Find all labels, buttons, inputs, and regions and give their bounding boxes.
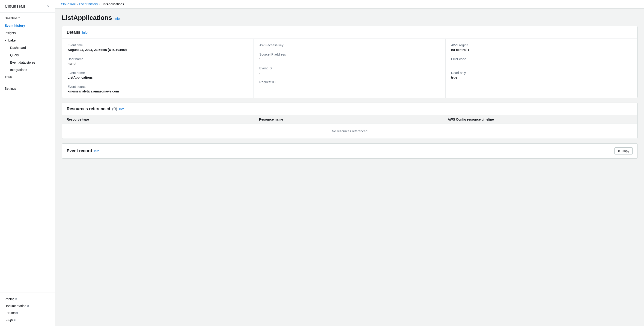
top-bar: CloudTrail › Event history › ListApplica… bbox=[55, 0, 644, 8]
footer-link-label: Documentation bbox=[4, 304, 26, 308]
details-card-header: Details Info bbox=[62, 26, 637, 39]
detail-value: ; bbox=[259, 57, 440, 61]
detail-value: kinesisanalytics.amazonaws.com bbox=[68, 89, 248, 93]
detail-label: Event time bbox=[68, 43, 248, 47]
copy-button-label: Copy bbox=[622, 149, 629, 153]
detail-event-id: Event ID . bbox=[259, 66, 440, 75]
external-link-icon: ⧉ bbox=[16, 312, 18, 315]
sidebar-item-dashboard[interactable]: Dashboard bbox=[0, 14, 55, 22]
sidebar-item-lake-integrations[interactable]: Integrations bbox=[0, 66, 55, 73]
details-grid: Event time August 24, 2024, 23:56:55 (UT… bbox=[62, 39, 637, 98]
resources-card-header: Resources referenced (0) Info bbox=[62, 103, 637, 115]
sidebar-item-label: Event history bbox=[4, 24, 25, 27]
event-record-header: Event record Info ⧉ Copy bbox=[62, 144, 637, 158]
sidebar-item-event-history[interactable]: Event history bbox=[0, 22, 55, 29]
event-record-title: Event record bbox=[67, 148, 92, 153]
chevron-down-icon: ▼ bbox=[4, 39, 7, 42]
detail-label: Request ID bbox=[259, 80, 440, 84]
sidebar-item-label: Trails bbox=[4, 75, 12, 79]
detail-value: . bbox=[259, 71, 440, 75]
breadcrumb-cloudtrail[interactable]: CloudTrail bbox=[61, 2, 76, 6]
external-link-icon: ⧉ bbox=[27, 305, 29, 308]
sidebar-item-trails[interactable]: Trails bbox=[0, 73, 55, 81]
sidebar-close-button[interactable]: × bbox=[46, 4, 50, 9]
detail-value: harith bbox=[68, 62, 248, 65]
sidebar-item-lake-query[interactable]: Query bbox=[0, 51, 55, 59]
sidebar-faqs-link[interactable]: FAQs ⧉ bbox=[0, 316, 55, 323]
footer-link-label: FAQs bbox=[4, 318, 13, 322]
sidebar-item-lake-dashboard[interactable]: Dashboard bbox=[0, 44, 55, 51]
copy-button[interactable]: ⧉ Copy bbox=[614, 147, 633, 154]
sidebar-item-insights[interactable]: Insights bbox=[0, 29, 55, 37]
sidebar-item-label: Dashboard bbox=[4, 16, 20, 20]
details-card: Details Info Event time August 24, 2024,… bbox=[62, 26, 638, 98]
detail-value: August 24, 2024, 23:56:55 (UTC+04:00) bbox=[68, 48, 248, 52]
sidebar-pricing-link[interactable]: Pricing ⧉ bbox=[0, 296, 55, 303]
footer-link-label: Pricing bbox=[4, 297, 14, 301]
sidebar: CloudTrail × Dashboard Event history Ins… bbox=[0, 0, 55, 326]
details-col-1: Event time August 24, 2024, 23:56:55 (UT… bbox=[62, 39, 254, 98]
sidebar-nav: Dashboard Event history Insights ▼ Lake … bbox=[0, 13, 55, 293]
page-info-link[interactable]: Info bbox=[114, 17, 120, 20]
resources-card: Resources referenced (0) Info Resource t… bbox=[62, 103, 638, 139]
sidebar-divider bbox=[0, 83, 55, 83]
sidebar-item-label: Insights bbox=[4, 31, 16, 35]
resources-card-title: Resources referenced bbox=[67, 106, 110, 111]
th-resource-name: Resource name bbox=[255, 118, 444, 121]
th-aws-config: AWS Config resource timeline bbox=[444, 118, 633, 121]
footer-link-label: Forums bbox=[4, 311, 16, 315]
th-resource-type: Resource type bbox=[67, 118, 255, 121]
sidebar-group-label: Lake bbox=[8, 38, 16, 42]
sidebar-item-settings[interactable]: Settings bbox=[0, 85, 55, 92]
main-content: CloudTrail › Event history › ListApplica… bbox=[55, 0, 644, 326]
detail-event-name: Event name ListApplications bbox=[68, 71, 248, 79]
detail-aws-access-key: AWS access key bbox=[259, 43, 440, 47]
detail-value: true bbox=[451, 76, 632, 79]
sidebar-item-label: Dashboard bbox=[10, 46, 26, 49]
detail-value: eu-central-1 bbox=[451, 48, 632, 52]
sidebar-header: CloudTrail × bbox=[0, 0, 55, 13]
details-col-2: AWS access key Source IP address ; Event… bbox=[254, 39, 446, 98]
resources-info-link[interactable]: Info bbox=[119, 107, 124, 111]
sidebar-item-label: Event data stores bbox=[10, 61, 35, 64]
sidebar-item-label: Integrations bbox=[10, 68, 27, 72]
sidebar-item-lake[interactable]: ▼ Lake bbox=[0, 37, 55, 44]
sidebar-forums-link[interactable]: Forums ⧉ bbox=[0, 310, 55, 316]
detail-label: AWS region bbox=[451, 43, 632, 47]
detail-label: Event ID bbox=[259, 66, 440, 70]
sidebar-title: CloudTrail bbox=[4, 4, 25, 9]
detail-error-code: Error code - bbox=[451, 57, 632, 65]
detail-value: - bbox=[451, 62, 632, 65]
page-body: ListApplications Info Details Info Event… bbox=[55, 8, 644, 169]
detail-event-time: Event time August 24, 2024, 23:56:55 (UT… bbox=[68, 43, 248, 52]
breadcrumb-separator: › bbox=[77, 2, 78, 6]
detail-label: Source IP address bbox=[259, 52, 440, 56]
detail-event-source: Event source kinesisanalytics.amazonaws.… bbox=[68, 85, 248, 93]
event-record-info-link[interactable]: Info bbox=[94, 149, 99, 153]
detail-label: AWS access key bbox=[259, 43, 440, 47]
details-col-3: AWS region eu-central-1 Error code - Rea… bbox=[446, 39, 637, 98]
detail-value: ListApplications bbox=[68, 76, 248, 79]
sidebar-documentation-link[interactable]: Documentation ⧉ bbox=[0, 303, 55, 310]
detail-label: Event source bbox=[68, 85, 248, 88]
details-info-link[interactable]: Info bbox=[82, 31, 88, 34]
sidebar-item-lake-event-data-stores[interactable]: Event data stores bbox=[0, 59, 55, 66]
breadcrumb: CloudTrail › Event history › ListApplica… bbox=[61, 2, 124, 6]
external-link-icon: ⧉ bbox=[16, 298, 17, 301]
detail-read-only: Read-only true bbox=[451, 71, 632, 79]
event-record-title-row: Event record Info bbox=[67, 148, 99, 153]
event-record-card: Event record Info ⧉ Copy bbox=[62, 143, 638, 159]
sidebar-item-label: Settings bbox=[4, 87, 16, 90]
detail-request-id: Request ID bbox=[259, 80, 440, 84]
detail-label: User name bbox=[68, 57, 248, 61]
page-title-row: ListApplications Info bbox=[62, 14, 638, 21]
breadcrumb-event-history[interactable]: Event history bbox=[79, 2, 98, 6]
external-link-icon: ⧉ bbox=[14, 319, 16, 322]
detail-user-name: User name harith bbox=[68, 57, 248, 65]
detail-aws-region: AWS region eu-central-1 bbox=[451, 43, 632, 52]
resources-count: (0) bbox=[112, 106, 117, 111]
resources-table-header: Resource type Resource name AWS Config r… bbox=[62, 115, 637, 124]
sidebar-item-label: Query bbox=[10, 53, 19, 57]
breadcrumb-current: ListApplications bbox=[102, 2, 124, 6]
detail-source-ip: Source IP address ; bbox=[259, 52, 440, 61]
